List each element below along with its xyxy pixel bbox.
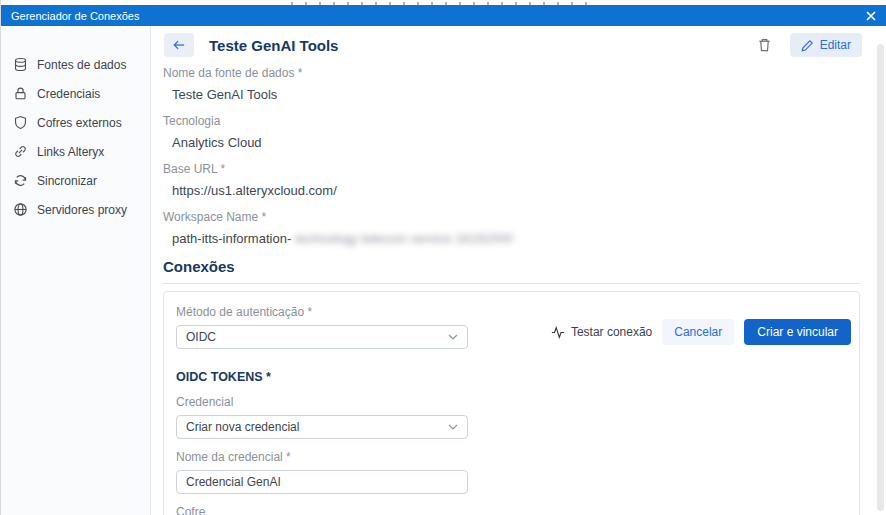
credential-name-input[interactable]: [186, 475, 458, 489]
test-connection-label: Testar conexão: [571, 325, 652, 339]
chevron-down-icon: [448, 334, 458, 340]
connection-form: Método de autenticação * OIDC Testar con…: [163, 291, 860, 515]
back-button[interactable]: [164, 33, 194, 57]
credential-name-field-wrap: [176, 470, 468, 494]
create-and-link-button[interactable]: Criar e vincular: [744, 319, 851, 345]
auth-method-label: Método de autenticação *: [176, 305, 847, 319]
sidebar-item-label: Servidores proxy: [37, 203, 127, 217]
edit-button-label: Editar: [820, 38, 851, 52]
shield-icon: [13, 115, 28, 130]
detail-content: Nome da fonte de dados * Teste GenAI Too…: [163, 66, 860, 515]
window-title: Gerenciador de Conexões: [11, 10, 139, 22]
pencil-icon: [801, 39, 814, 52]
activity-icon: [551, 326, 565, 339]
field-value: Analytics Cloud: [172, 135, 860, 150]
app-body: Fontes de dados Credenciais Cofres exter…: [1, 26, 886, 515]
credential-group: Credencial Criar nova credencial: [176, 395, 847, 439]
scrollbar[interactable]: [877, 44, 884, 511]
sidebar-item-alteryx-links[interactable]: Links Alteryx: [1, 137, 150, 166]
sidebar-item-label: Cofres externos: [37, 116, 122, 130]
cancel-button[interactable]: Cancelar: [662, 319, 734, 345]
field-workspace-name: Workspace Name * path-itts-information- …: [163, 210, 860, 246]
oidc-tokens-heading: OIDC TOKENS *: [176, 370, 847, 384]
chevron-down-icon: [448, 424, 458, 430]
connections-heading: Conexões: [163, 258, 860, 284]
delete-button[interactable]: [757, 37, 772, 53]
database-icon: [13, 57, 28, 72]
connection-actions: Testar conexão Cancelar Criar e vincular: [551, 319, 851, 345]
field-label: Tecnologia: [163, 114, 860, 128]
field-datasource-name: Nome da fonte de dados * Teste GenAI Too…: [163, 66, 860, 102]
page-title: Teste GenAI Tools: [209, 37, 338, 54]
window-titlebar: Gerenciador de Conexões: [1, 5, 886, 26]
main-panel: Teste GenAI Tools Editar Nome da fonte d…: [151, 26, 886, 515]
globe-icon: [13, 202, 28, 217]
vault-label: Cofre: [176, 505, 847, 515]
field-technology: Tecnologia Analytics Cloud: [163, 114, 860, 150]
workspace-name-redacted: technology telecom service 16192000: [295, 231, 513, 246]
arrow-left-icon: [172, 39, 186, 51]
sidebar-item-label: Links Alteryx: [37, 145, 104, 159]
credential-name-group: Nome da credencial *: [176, 450, 847, 494]
field-base-url: Base URL * https://us1.alteryxcloud.com/: [163, 162, 860, 198]
sidebar-item-external-vaults[interactable]: Cofres externos: [1, 108, 150, 137]
credential-label: Credencial: [176, 395, 847, 409]
trash-icon: [757, 37, 772, 53]
field-label: Base URL *: [163, 162, 860, 176]
lock-icon: [13, 86, 28, 101]
edit-button[interactable]: Editar: [790, 33, 862, 57]
sidebar-item-label: Sincronizar: [37, 174, 97, 188]
credential-name-label: Nome da credencial *: [176, 450, 847, 464]
sidebar-item-data-sources[interactable]: Fontes de dados: [1, 50, 150, 79]
field-label: Workspace Name *: [163, 210, 860, 224]
credential-value: Criar nova credencial: [186, 420, 448, 434]
field-value: https://us1.alteryxcloud.com/: [172, 183, 860, 198]
sidebar-item-synchronize[interactable]: Sincronizar: [1, 166, 150, 195]
sidebar-item-proxy-servers[interactable]: Servidores proxy: [1, 195, 150, 224]
sidebar-item-label: Credenciais: [37, 87, 100, 101]
field-label: Nome da fonte de dados *: [163, 66, 860, 80]
sync-icon: [13, 173, 28, 188]
vault-group: Cofre DCM: [176, 505, 847, 515]
sidebar-item-label: Fontes de dados: [37, 58, 126, 72]
connection-manager-window: Gerenciador de Conexões Fontes de dados …: [0, 0, 886, 515]
link-icon: [13, 144, 28, 159]
credential-select[interactable]: Criar nova credencial: [176, 415, 468, 439]
auth-method-select[interactable]: OIDC: [176, 325, 468, 349]
workspace-name-visible: path-itts-information-: [172, 231, 291, 246]
field-value: Teste GenAI Tools: [172, 87, 860, 102]
auth-method-value: OIDC: [186, 330, 448, 344]
sidebar-item-credentials[interactable]: Credenciais: [1, 79, 150, 108]
field-value: path-itts-information- technology teleco…: [172, 231, 860, 246]
sidebar: Fontes de dados Credenciais Cofres exter…: [1, 26, 151, 515]
detail-header: Teste GenAI Tools Editar: [164, 30, 862, 60]
close-icon[interactable]: [866, 11, 876, 21]
test-connection-button[interactable]: Testar conexão: [551, 325, 652, 339]
